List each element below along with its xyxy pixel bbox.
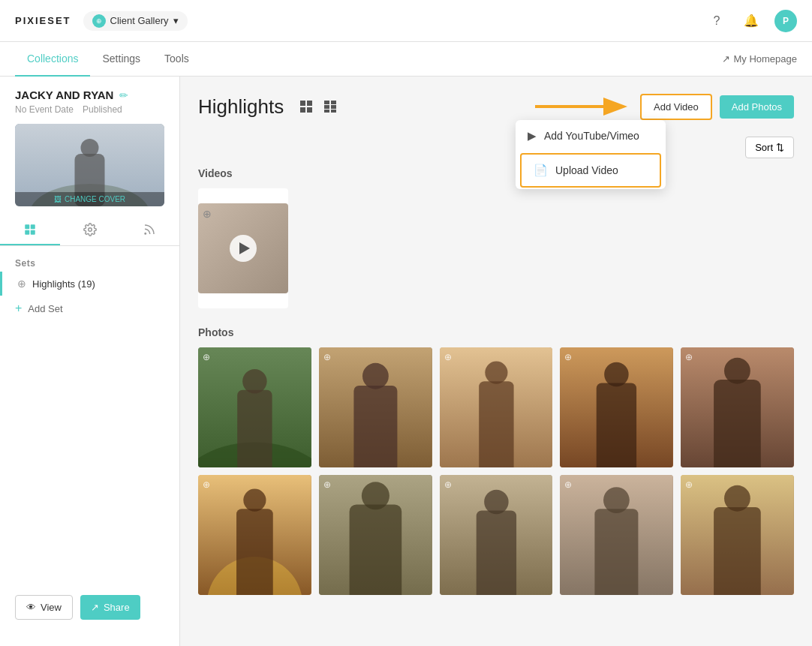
photo-thumbnail [440,347,553,467]
upload-icon: 📄 [534,164,548,177]
view-toggle [296,96,341,117]
video-thumbnail [198,203,288,293]
svg-rect-11 [307,101,312,106]
sets-label: Sets [0,255,179,272]
video-grid: ⊕ [198,188,794,308]
sort-arrows-icon: ⇅ [776,142,784,153]
tab-collections[interactable]: Collections [15,42,90,77]
videos-section: Videos ⊕ [198,167,794,308]
help-icon[interactable]: ? [705,10,728,32]
svg-rect-14 [324,101,329,104]
svg-point-28 [362,363,389,389]
photo-thumbnail [319,347,432,467]
publish-status: Published [83,104,122,115]
add-set-button[interactable]: + Add Set [0,296,179,321]
move-icon: ⊕ [17,278,26,290]
svg-rect-19 [331,110,336,113]
video-card[interactable]: ⊕ [198,188,288,308]
eye-icon: 👁 [26,602,36,613]
photo-thumbnail [198,347,311,467]
header-actions: Add Video Add Photos [535,92,794,122]
edit-icon[interactable]: ✏ [119,89,128,101]
drag-handle-icon: ⊕ [203,208,212,220]
table-row[interactable]: ⊕ [560,347,673,467]
svg-rect-12 [300,107,305,113]
svg-point-47 [484,490,508,514]
client-name: JACKY AND RYAN [15,89,113,101]
play-triangle-icon [239,242,250,254]
photos-section: Photos ⊕ ⊕ ⊕ [198,326,794,595]
add-video-button[interactable]: Add Video [640,94,712,120]
svg-rect-30 [479,381,513,467]
svg-point-25 [242,369,266,393]
photo-thumbnail [681,475,794,595]
drag-handle-icon: ⊕ [685,479,693,490]
table-row[interactable]: ⊕ [440,347,553,467]
content-area: Highlights [180,77,812,646]
svg-rect-40 [236,509,273,595]
svg-rect-43 [349,504,401,595]
sort-button[interactable]: Sort ⇅ [745,137,794,158]
sidebar-photos-tab[interactable] [0,215,60,245]
photo-thumbnail [198,475,311,595]
photos-icon [23,223,37,236]
svg-point-31 [485,362,507,384]
table-row[interactable]: ⊕ [560,475,673,595]
drag-handle-icon: ⊕ [444,352,452,362]
avatar[interactable]: P [774,10,797,32]
svg-rect-7 [31,230,35,235]
add-youtube-vimeo-option[interactable]: ▶ Add YouTube/Vimeo [516,120,666,152]
list-view-icon[interactable] [320,96,341,117]
grid-view-icon[interactable] [296,96,317,117]
share-button[interactable]: ↗ Share [80,595,140,620]
drag-handle-icon: ⊕ [685,352,693,362]
feed-icon [143,223,156,236]
cover-image[interactable]: 🖼 CHANGE COVER [15,124,164,206]
svg-point-44 [362,482,389,509]
tab-tools[interactable]: Tools [152,42,201,77]
change-cover-overlay[interactable]: 🖼 CHANGE COVER [15,192,164,206]
svg-rect-24 [237,390,272,467]
table-row[interactable]: ⊕ [440,475,553,595]
table-row[interactable]: ⊕ [198,475,311,595]
nav-left: PIXIESET ⊕ Client Gallery ▾ [15,11,188,31]
drag-handle-icon: ⊕ [323,352,331,362]
my-homepage-link[interactable]: ↗ My Homepage [722,53,797,65]
photo-thumbnail [681,347,794,467]
table-row[interactable]: ⊕ [681,347,794,467]
arrow-annotation [535,92,633,122]
upload-video-option[interactable]: 📄 Upload Video [520,153,661,188]
notification-bell-icon[interactable]: 🔔 [740,10,762,32]
svg-rect-5 [31,224,35,229]
sidebar-settings-tab[interactable] [60,215,120,245]
sidebar-feed-tab[interactable] [119,215,179,245]
logo: PIXIESET [15,15,71,26]
svg-rect-13 [307,107,312,113]
photo-thumbnail [560,347,673,467]
play-circle-icon: ▶ [528,129,537,143]
svg-rect-10 [300,101,305,106]
main-layout: JACKY AND RYAN ✏ No Event Date Published [0,77,812,646]
table-row[interactable]: ⊕ [198,347,311,467]
svg-rect-16 [324,105,329,109]
add-video-dropdown: ▶ Add YouTube/Vimeo 📄 Upload Video [516,120,666,189]
svg-point-34 [605,362,629,386]
photo-thumbnail [560,475,673,595]
drag-handle-icon: ⊕ [564,479,572,490]
svg-rect-18 [324,110,329,113]
gallery-selector[interactable]: ⊕ Client Gallery ▾ [83,11,188,31]
table-row[interactable]: ⊕ [319,347,432,467]
tab-settings[interactable]: Settings [90,42,152,77]
svg-point-41 [243,489,266,512]
play-button-icon [230,235,257,262]
add-photos-button[interactable]: Add Photos [720,95,794,119]
svg-rect-15 [331,101,336,104]
table-row[interactable]: ⊕ [681,475,794,595]
view-button[interactable]: 👁 View [15,595,73,620]
table-row[interactable]: ⊕ [319,475,432,595]
sidebar-set-highlights[interactable]: ⊕ Highlights (19) [0,272,179,296]
sidebar-icon-tabs [0,215,179,246]
globe-icon: ⊕ [92,14,106,28]
svg-point-37 [724,358,750,384]
drag-handle-icon: ⊕ [444,479,452,490]
